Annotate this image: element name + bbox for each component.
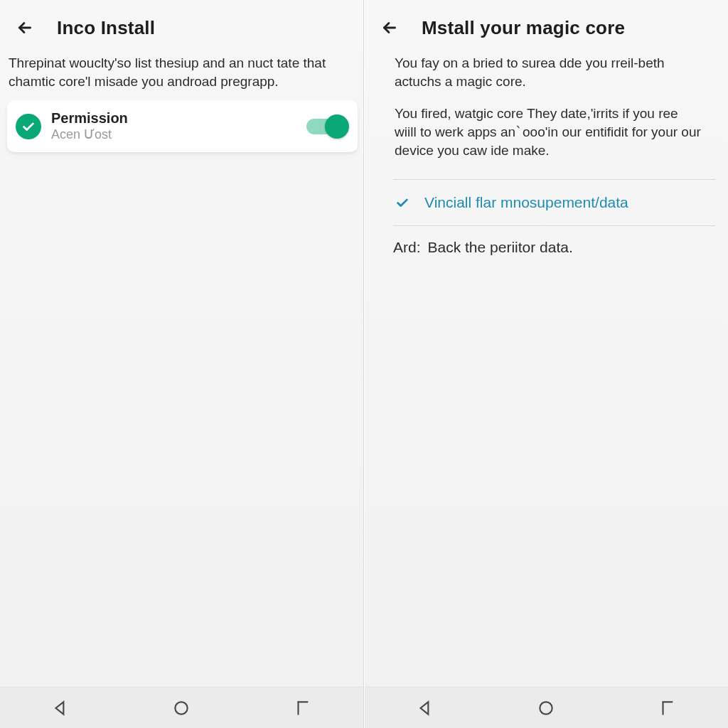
nav-recent-icon (658, 699, 677, 717)
nav-recent-left[interactable] (289, 694, 317, 722)
back-button-right[interactable] (378, 16, 402, 40)
paragraph-2: You fired, watgic core They date,'irrits… (393, 100, 715, 169)
navbar-left (0, 687, 363, 728)
navbar-right (365, 687, 728, 728)
screen-right: Mstall your magic core You fay on a brie… (364, 0, 728, 728)
permission-toggle[interactable] (306, 116, 348, 137)
nav-back-icon (51, 699, 70, 717)
check-icon (21, 119, 36, 134)
topbar-left: Inco Install (0, 0, 363, 50)
footer-value: Back the periitor data. (428, 239, 573, 256)
topbar-right: Mstall your magic core (365, 0, 728, 50)
nav-back-icon (416, 699, 434, 717)
divider-top (393, 179, 715, 180)
nav-home-right[interactable] (532, 694, 560, 722)
body-left: Threpinat wouclty'so list thesiup and an… (0, 50, 363, 687)
nav-home-left[interactable] (167, 694, 196, 722)
body-right: You fay on a bried to surea dde you rrei… (365, 50, 728, 687)
link-text-data: Vinciall flar mnosupement/data (424, 194, 628, 211)
toggle-thumb (325, 114, 349, 139)
svg-point-0 (176, 702, 188, 714)
divider-bottom (393, 225, 715, 226)
permission-title: Permission (51, 110, 296, 127)
description-left: Threpinat wouclty'so list thesiup and an… (7, 50, 358, 100)
permission-subtitle: Acen Ưost (51, 127, 296, 142)
svg-point-1 (540, 702, 552, 714)
paragraph-1: You fay on a bried to surea dde you rrei… (393, 50, 715, 100)
nav-back-left[interactable] (46, 694, 75, 722)
permission-card[interactable]: Permission Acen Ưost (7, 100, 358, 152)
page-title-right: Mstall your magic core (422, 17, 625, 39)
nav-home-icon (172, 699, 191, 717)
permission-labels: Permission Acen Ưost (51, 110, 296, 142)
footer-row: Ard: Back the periitor data. (393, 236, 715, 256)
nav-back-right[interactable] (411, 694, 439, 722)
screen-left: Inco Install Threpinat wouclty'so list t… (0, 0, 364, 728)
check-badge (16, 114, 41, 139)
nav-home-icon (537, 699, 555, 717)
nav-recent-icon (294, 699, 312, 717)
page-title-left: Inco Install (57, 17, 155, 39)
back-button-left[interactable] (13, 16, 37, 40)
footer-key: Ard: (393, 239, 421, 256)
nav-recent-right[interactable] (653, 694, 682, 722)
link-row-data[interactable]: Vinciall flar mnosupement/data (393, 190, 715, 215)
back-arrow-icon (380, 18, 399, 37)
back-arrow-icon (16, 18, 34, 37)
check-icon-small (393, 195, 412, 210)
